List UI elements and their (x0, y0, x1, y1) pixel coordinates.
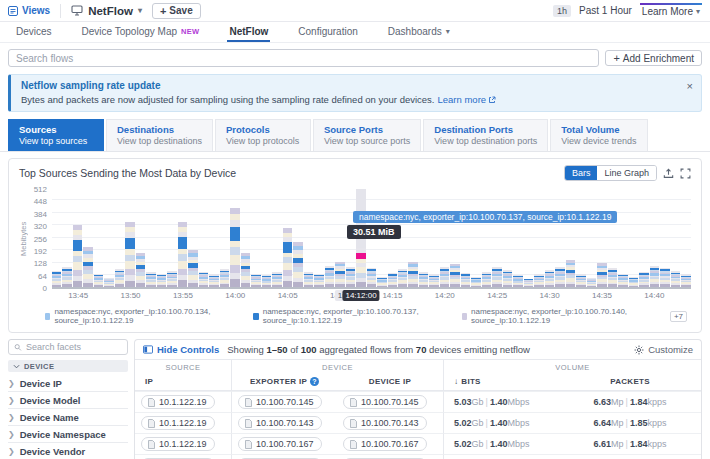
chart-bar[interactable] (167, 189, 176, 287)
view-tab-destinations[interactable]: DestinationsView top destinations (106, 119, 213, 151)
chart-bar[interactable] (283, 189, 292, 287)
chart-bar[interactable] (83, 189, 92, 287)
chart-bar[interactable] (241, 189, 250, 287)
table-row[interactable]: 10.1.122.1910.100.70.14310.100.70.1435.0… (135, 412, 701, 433)
table-row[interactable]: 10.1.122.1910.100.70.16710.100.70.1675.0… (135, 433, 701, 454)
col-packets[interactable]: PACKETS (559, 374, 701, 391)
chart-bar[interactable] (188, 189, 197, 287)
chart-bar[interactable] (262, 189, 271, 287)
view-tab-source-ports[interactable]: Source PortsView top source ports (313, 119, 421, 151)
banner-text: Bytes and packets are now adjusted for s… (21, 94, 435, 105)
chart-bar[interactable] (73, 189, 82, 287)
save-button[interactable]: + Save (152, 3, 201, 19)
exporter-pill[interactable]: 10.100.70.167 (238, 437, 322, 451)
x-tick-label: 14:35 (592, 291, 612, 300)
bar-segment (356, 282, 365, 287)
nav-tab-netflow[interactable]: NetFlow (227, 23, 270, 42)
facet-search-input[interactable] (26, 342, 122, 352)
exporter-pill[interactable]: 10.100.70.145 (238, 395, 322, 409)
nav-tab-configuration[interactable]: Configuration (296, 23, 359, 42)
time-range-label[interactable]: Past 1 Hour (579, 5, 632, 16)
device-pill[interactable]: 10.100.70.143 (343, 416, 427, 430)
exporter-pill[interactable]: 10.100.70.143 (238, 416, 322, 430)
chart-bar[interactable] (115, 189, 124, 287)
chart-bar[interactable] (230, 189, 239, 287)
view-tab-destination-ports[interactable]: Destination PortsView top destination po… (423, 119, 548, 151)
chart-bar[interactable] (639, 189, 648, 287)
facet-item-device-model[interactable]: ❯Device Model (8, 392, 128, 409)
value-part: 1.40 (490, 439, 508, 449)
chart-bar[interactable] (199, 189, 208, 287)
chart-bar[interactable] (650, 189, 659, 287)
facet-item-device-name[interactable]: ❯Device Name (8, 409, 128, 426)
chart-bar[interactable] (681, 189, 690, 287)
view-tab-total-volume[interactable]: Total VolumeView device trends (550, 119, 647, 151)
chart-bar[interactable] (325, 189, 334, 287)
ip-pill[interactable]: 10.1.122.19 (141, 416, 215, 430)
chart-bar[interactable] (272, 189, 281, 287)
device-pill[interactable]: 10.100.70.167 (343, 437, 427, 451)
chart-bar[interactable] (209, 189, 218, 287)
chart-bar[interactable] (660, 189, 669, 287)
close-icon[interactable]: × (687, 80, 693, 92)
chart-bar[interactable] (136, 189, 145, 287)
device-pill[interactable]: 10.100.70.145 (343, 395, 427, 409)
legend-item[interactable]: namespace:nyc, exporter_ip:10.100.70.134… (45, 307, 237, 325)
nav-tab-dashboards[interactable]: Dashboards▾ (386, 23, 452, 42)
facet-item-device-namespace[interactable]: ❯Device Namespace (8, 426, 128, 443)
views-button[interactable]: Views (8, 5, 50, 16)
chart-bar[interactable] (304, 189, 313, 287)
banner-learn-more-link[interactable]: Learn more (438, 94, 497, 105)
chart-bar[interactable] (178, 189, 187, 287)
col-ip[interactable]: IP (135, 374, 231, 391)
facet-item-device-ip[interactable]: ❯Device IP (8, 375, 128, 392)
hide-controls-button[interactable]: Hide Controls (143, 344, 219, 355)
facet-item-device-vendor[interactable]: ❯Device Vendor (8, 443, 128, 459)
add-enrichment-button[interactable]: + Add Enrichment (605, 50, 702, 66)
legend-more-badge[interactable]: +7 (670, 311, 687, 322)
chart-bar[interactable] (671, 189, 680, 287)
facet-search[interactable] (8, 339, 128, 355)
export-icon[interactable] (663, 168, 674, 179)
help-icon[interactable]: ? (310, 377, 319, 386)
chart-bar[interactable] (157, 189, 166, 287)
chart-bar[interactable] (335, 189, 344, 287)
legend-item[interactable]: namespace:nyc, exporter_ip:10.100.70.137… (253, 307, 445, 325)
table-row[interactable]: 10.1.122.1910.100.70.14510.100.70.1455.0… (135, 391, 701, 412)
learn-more-button[interactable]: Learn More ▾ (640, 3, 702, 19)
toggle-bars[interactable]: Bars (565, 166, 598, 180)
app-title-caret-icon[interactable]: ▾ (138, 6, 142, 15)
chart-bar[interactable] (146, 189, 155, 287)
col-exporter-ip[interactable]: EXPORTER IP ? (231, 374, 337, 391)
chart-bar[interactable] (618, 189, 627, 287)
chart-bar[interactable] (293, 189, 302, 287)
time-badge[interactable]: 1h (553, 5, 571, 17)
ip-pill[interactable]: 10.1.122.19 (141, 395, 215, 409)
ip-pill[interactable]: 10.1.122.19 (141, 437, 215, 451)
chart-bar[interactable] (251, 189, 260, 287)
view-tab-protocols[interactable]: ProtocolsView top protocols (215, 119, 311, 151)
nav-tab-device-topology-map[interactable]: Device Topology MapNEW (80, 23, 202, 42)
customize-button[interactable]: Customize (634, 344, 693, 355)
col-bits[interactable]: ↓ BITS (443, 374, 559, 391)
col-device-ip[interactable]: DEVICE IP (337, 374, 443, 391)
legend-item[interactable]: namespace:nyc, exporter_ip:10.100.70.140… (462, 307, 654, 325)
legend-swatch (462, 313, 467, 320)
fullscreen-icon[interactable] (680, 168, 691, 179)
facet-group-device[interactable]: DEVICE (8, 360, 128, 372)
chart-bar[interactable] (94, 189, 103, 287)
view-tab-sources[interactable]: SourcesView top sources (8, 119, 104, 151)
chart-view-toggle: BarsLine Graph (564, 165, 657, 181)
chart-bar[interactable] (125, 189, 134, 287)
chart-bar[interactable] (314, 189, 323, 287)
chart-bar[interactable] (104, 189, 113, 287)
table-row[interactable]: 10.1.122.1910.100.70.13710.100.70.1375.0… (135, 454, 701, 459)
toggle-line-graph[interactable]: Line Graph (597, 166, 656, 180)
chart-bar[interactable] (220, 189, 229, 287)
nav-tab-devices[interactable]: Devices (14, 23, 54, 42)
app-title[interactable]: NetFlow ▾ (71, 5, 142, 17)
chart-bar[interactable] (52, 189, 61, 287)
chart-bar[interactable] (62, 189, 71, 287)
chart-bar[interactable] (629, 189, 638, 287)
search-input[interactable] (8, 49, 599, 67)
